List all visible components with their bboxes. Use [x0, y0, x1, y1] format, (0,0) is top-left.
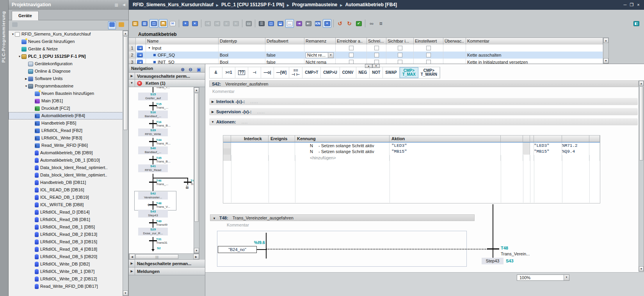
- action-operand-cell[interactable]: "LED3": [390, 143, 501, 148]
- interface-table-scrollbar[interactable]: ▲ ▼: [603, 37, 609, 64]
- event-cell[interactable]: [269, 155, 295, 161]
- transition-label[interactable]: T49Trans49: [156, 219, 167, 226]
- transition-label[interactable]: S2: [157, 246, 161, 250]
- action-row[interactable]: <hinzufügen>: [223, 155, 600, 161]
- row-selector-cell[interactable]: [223, 148, 231, 155]
- checkbox[interactable]: [349, 60, 354, 64]
- panel-options-icon[interactable]: ▥: [115, 0, 118, 10]
- splitter-down-icon[interactable]: ▼: [372, 64, 380, 68]
- details-view-icon[interactable]: [108, 21, 116, 29]
- logic-button-cmp-t[interactable]: CMP>T: [302, 67, 321, 78]
- single-step-view-icon[interactable]: ⬓: [276, 19, 285, 28]
- chain-step-s39[interactable]: S39RFID_Write: [138, 128, 168, 136]
- tree-item-online-diagnose[interactable]: Online & Diagnose: [9, 68, 123, 75]
- expander-open-icon[interactable]: ▼: [11, 30, 15, 38]
- column-header-schrei[interactable]: Schrei...: [367, 38, 386, 45]
- scroll-right-icon[interactable]: ▶: [193, 254, 199, 259]
- action-operand-cell[interactable]: [390, 155, 501, 161]
- tree-item-lrfidiol-read-db-db1[interactable]: LRfidIOL_Read_DB [DB1]: [9, 216, 123, 223]
- breadcrumb-item[interactable]: PLC_1 [CPU 1512SP F-1 PN]: [221, 2, 284, 7]
- tree-item-data-block-ident-read-optimiert[interactable]: Data_block_Ident_Read_optimiert..: [9, 164, 123, 171]
- name-cell[interactable]: ▼Input: [146, 45, 219, 52]
- chain-step-s42[interactable]: S42Vereinzeler...: [138, 192, 168, 200]
- logic-button-swap[interactable]: SWAP: [383, 67, 399, 78]
- logic-button-1[interactable]: >=1: [222, 67, 235, 78]
- restore-button[interactable]: ❐: [628, 0, 635, 10]
- breadcrumb-item[interactable]: Programmbausteine: [292, 2, 337, 7]
- upload-from-device-icon[interactable]: ⇤: [304, 19, 313, 28]
- checkbox[interactable]: [349, 53, 354, 57]
- minimize-button[interactable]: ─: [622, 0, 628, 10]
- checkbox[interactable]: [426, 60, 431, 64]
- interface-row-input[interactable]: 1⇥▼Input: [129, 45, 603, 52]
- tree-item-lrfidiol-read-db-3-db15[interactable]: LRfidIOL_Read_DB_3 [DB15]: [9, 238, 123, 246]
- chain-step-s15[interactable]: S15Greifer_auf: [138, 93, 168, 100]
- settings-icon[interactable]: ¤: [377, 19, 385, 28]
- logic-button-[interactable]: ⊣: [248, 67, 261, 78]
- section-interlock-c[interactable]: ▶Interlock -(c)-:.....: [209, 98, 638, 105]
- breadcrumb-item[interactable]: Automatikbetrieb [FB4]: [345, 2, 397, 7]
- chain-step-s16[interactable]: S16Bandlauf_...: [138, 111, 168, 118]
- tree-item-lrfidiol-read-fb2[interactable]: LRfidIOL_Read [FB2]: [9, 127, 123, 134]
- tab-geraete[interactable]: Geräte: [12, 11, 39, 20]
- datatype-cell[interactable]: Bool: [219, 59, 265, 64]
- action-operand-cell[interactable]: "MB15": [390, 148, 501, 155]
- scroll-thumb[interactable]: [123, 36, 128, 130]
- editor-layout-icon[interactable]: ◧: [632, 19, 640, 28]
- tree-item-data-block-ident-write-optimiert[interactable]: Data_block_Ident_Write_optimiert..: [9, 171, 123, 179]
- comment-cell[interactable]: [466, 45, 603, 52]
- go-offline-icon[interactable]: ↻: [345, 19, 354, 28]
- transition-label[interactable]: T16Trans_B...: [156, 120, 171, 127]
- checkbox[interactable]: [426, 46, 431, 50]
- insert-column-icon[interactable]: ▥: [140, 19, 149, 28]
- tree-item-lrfidiol-read-db-4-db18[interactable]: LRfidIOL_Read_DB_4 [DB18]: [9, 246, 123, 253]
- tree-item-software-units[interactable]: ▶Software Units: [9, 75, 123, 82]
- column-header-defaultwert[interactable]: Defaultwert: [265, 38, 304, 45]
- sequence-scrollbar-horizontal[interactable]: ◀ |||| ▶: [129, 253, 199, 260]
- scroll-up-icon[interactable]: ▲: [639, 81, 644, 86]
- name-cell[interactable]: INIT_SQ: [146, 59, 219, 64]
- tree-item-neues-ger-t-hinzuf-gen[interactable]: Neues Gerät hinzufügen: [9, 38, 123, 45]
- section-following-permanent[interactable]: ▶ Nachgeschaltete perman...: [129, 260, 205, 267]
- chain-step-s43[interactable]: S43Step43: [138, 210, 168, 218]
- tree-item-lrfidiol-read-db-2-db13[interactable]: LRfidIOL_Read_DB_2 [DB13]: [9, 231, 123, 238]
- tree-item-handbetrieb-fb5[interactable]: Handbetrieb [FB5]: [9, 119, 123, 127]
- column-header-interlock[interactable]: Interlock: [231, 136, 269, 142]
- absolute-operands-icon[interactable]: ☰: [257, 19, 266, 28]
- logic-button-cmp-u[interactable]: CMP>U: [321, 67, 340, 78]
- tree-item-handbetrieb-db-db11[interactable]: Handbetrieb_DB [DB11]: [9, 179, 123, 186]
- operand-field[interactable]: "B24_no": [218, 246, 257, 253]
- chevron-right-icon[interactable]: ▶: [209, 100, 216, 103]
- comment-cell[interactable]: Kette ausschalten: [466, 52, 603, 59]
- favorites-icon[interactable]: +: [323, 19, 331, 28]
- column-header-sichtbar-i[interactable]: Sichtbar i...: [386, 38, 414, 45]
- column-header-aktion[interactable]: Aktion: [390, 136, 501, 142]
- column-header-berwac[interactable]: Überwac..: [443, 38, 466, 45]
- step-header-bar[interactable]: S42: Vereinzeler_ausfahren: [209, 80, 639, 87]
- retentivity-cell[interactable]: Nicht re...▼: [304, 52, 336, 59]
- expander-closed-icon[interactable]: ▶: [24, 75, 28, 82]
- section-messages[interactable]: ▶ Meldungen: [129, 267, 205, 275]
- chevron-down-icon[interactable]: ▼: [564, 275, 569, 280]
- scroll-thumb[interactable]: [194, 93, 199, 222]
- section-preceding-permanent[interactable]: ▶ Vorausgeschaltete perm...: [129, 73, 205, 80]
- insert-row-icon[interactable]: ▤: [131, 19, 139, 28]
- expander-open-icon[interactable]: ▼: [18, 53, 21, 60]
- tree-item-lrfidiol-read-d-db14[interactable]: LRfidIOL_Read_D [DB14]: [9, 209, 123, 216]
- retentivity-cell[interactable]: [304, 45, 336, 52]
- checkbox[interactable]: [374, 53, 379, 57]
- tree-item-lrfidiol-write-db-db2[interactable]: LRfidIOL_Write_DB [DB2]: [9, 260, 123, 268]
- scroll-left-icon[interactable]: ◀: [129, 254, 135, 259]
- retentivity-dropdown[interactable]: Nicht re...▼: [306, 52, 334, 58]
- column-header-ereignis[interactable]: Ereignis: [269, 136, 295, 142]
- tree-item-main-ob1[interactable]: Main [OB1]: [9, 97, 123, 105]
- logic-button-w[interactable]: —[W]: [274, 67, 289, 78]
- transition-label[interactable]: T15Trans_...: [156, 102, 168, 109]
- tree-item-automatikbetrieb-db-1-db10[interactable]: Automatikbetrieb_DB_1 [DB10]: [9, 157, 123, 164]
- insert-block-icon[interactable]: ▭: [244, 19, 253, 28]
- comment-cell[interactable]: Kette in Initialzustand versetzen: [466, 59, 603, 64]
- download-to-device-icon[interactable]: ⇥: [295, 19, 303, 28]
- transition-label[interactable]: T31Trans31: [156, 237, 167, 244]
- transition-header-bar[interactable]: ▼ T48: Trans_Vereinzeler_ausgefahren: [210, 214, 475, 221]
- tree-item-plc-1-cpu-1512sp-f-1-pn[interactable]: ▼PLC_1 [CPU 1512SP F-1 PN]: [9, 53, 123, 60]
